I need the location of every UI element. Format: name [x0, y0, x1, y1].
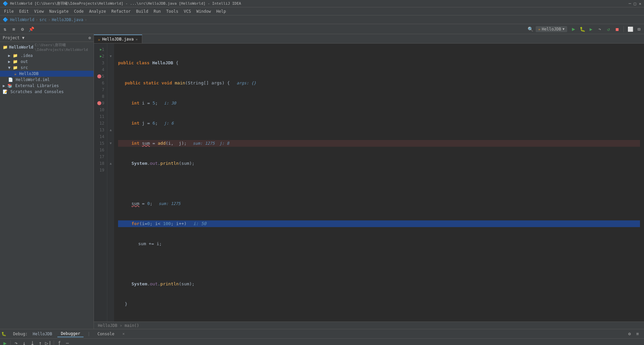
debug-toolbar-sep2 [54, 340, 54, 345]
debug-step-into-btn[interactable]: ↓ [20, 339, 28, 345]
menu-edit[interactable]: Edit [16, 8, 32, 14]
code-line-6: System.out.println(sum); [118, 160, 640, 167]
toolbar-right: 🔍 ☕ HelloJDB ▼ ▶ 🐛 ▶ ↷ ↺ ■ ⬜ ⊟ [527, 25, 643, 33]
debug-step-into-my-btn[interactable]: ⤓ [29, 339, 36, 345]
line-num-10: 10 [95, 107, 104, 113]
line-num-9: ⚠ 9 [95, 100, 104, 107]
tab-close-btn[interactable]: ✕ [136, 38, 138, 41]
tree-idea[interactable]: ▶ 📁 .idea [0, 53, 94, 59]
breakpoint-active-9: ⚠ [97, 101, 101, 105]
menu-vcs[interactable]: VCS [181, 8, 194, 14]
menu-analyze[interactable]: Analyze [86, 8, 109, 14]
tree-hellojdb[interactable]: ☕ HelloJDB [0, 71, 94, 77]
run-coverage-button[interactable]: ▶ [587, 25, 595, 33]
debug-run-to-cursor-btn[interactable]: ▷| [45, 339, 52, 345]
menu-tools[interactable]: Tools [164, 8, 181, 14]
debug-step-over-btn[interactable]: ↷ [12, 339, 20, 345]
stop-button[interactable]: ■ [613, 25, 621, 33]
run-configuration-selector[interactable]: ☕ HelloJDB ▼ [536, 26, 567, 32]
toolbar-search-everywhere-btn[interactable]: 🔍 [527, 25, 534, 33]
breadcrumb-file[interactable]: HelloJDB.java [52, 17, 83, 22]
debug-close-tab[interactable]: ✕ [122, 332, 125, 336]
project-root-name: HelloWorld [9, 45, 33, 50]
maximize-editor-btn[interactable]: ⬜ [627, 25, 634, 33]
menu-file[interactable]: File [1, 8, 16, 14]
gutter-17 [107, 153, 114, 160]
gutter-14 [107, 133, 114, 140]
gutter-3 [107, 60, 114, 66]
menu-navigate[interactable]: Navigate [47, 8, 71, 14]
scratches-icon: 📝 [3, 89, 8, 94]
toolbar-settings-btn[interactable]: ⚙ [19, 25, 26, 33]
menu-help[interactable]: Help [214, 8, 229, 14]
debug-right-toolbar: ⚙ ≡ [625, 330, 643, 338]
line-num-18: 18 [95, 160, 104, 167]
window-controls[interactable]: ─ □ ✕ [629, 1, 641, 6]
toolbar-sync-btn[interactable]: ⇅ [1, 25, 9, 33]
tree-out[interactable]: ▶ 📁 out [0, 59, 94, 65]
code-content[interactable]: public class HelloJDB { public static vo… [114, 44, 644, 322]
gutter-9 [107, 100, 114, 107]
code-line-13: } [118, 301, 640, 307]
menu-refactor[interactable]: Refactor [109, 8, 133, 14]
tree-external-libs[interactable]: ▶ 📚 External Libraries [0, 83, 94, 89]
debug-evaluate-btn[interactable]: ƒ [56, 339, 63, 345]
menu-code[interactable]: Code [71, 8, 87, 14]
step-over-button[interactable]: ↷ [596, 25, 603, 33]
tree-scratches[interactable]: 📝 Scratches and Consoles [0, 89, 94, 95]
line-num-17: 17 [95, 153, 104, 160]
toolbar-collapse-btn[interactable]: ≡ [10, 25, 17, 33]
debug-toolbar-sep1 [10, 340, 11, 345]
split-vertical-btn[interactable]: ⊟ [635, 25, 643, 33]
debug-layout-btn[interactable]: ≡ [634, 330, 641, 338]
code-line-10: sum += i; [118, 240, 640, 247]
run-button[interactable]: ▶ [570, 25, 577, 33]
minimize-button[interactable]: ─ [629, 1, 631, 6]
main-area: Project ▼ ⚙ 📁 HelloWorld C:\Users\唐羽曦\Id… [0, 34, 644, 329]
debug-step-out-btn[interactable]: ↑ [37, 339, 44, 345]
code-editor[interactable]: ▶ 1 ▶ 2 3 4 5 6 7 8 ⚠ [94, 44, 644, 322]
gutter-18[interactable]: ▲ [107, 160, 114, 167]
breadcrumb-src[interactable]: src [39, 17, 47, 22]
idea-folder-name: .idea [20, 53, 33, 58]
menu-build[interactable]: Build [133, 8, 151, 14]
tab-hellojdb[interactable]: ☕ HelloJDB.java ✕ [94, 34, 142, 43]
project-panel: Project ▼ ⚙ 📁 HelloWorld C:\Users\唐羽曦\Id… [0, 34, 94, 329]
menu-run[interactable]: Run [151, 8, 164, 14]
hellojdb-name: HelloJDB [19, 71, 39, 76]
debug-button[interactable]: 🐛 [579, 25, 586, 33]
breadcrumb-project[interactable]: HelloWorld [10, 17, 34, 22]
project-settings-btn[interactable]: ⚙ [89, 36, 91, 40]
line-num-3: 3 [95, 60, 104, 66]
debug-resume-btn[interactable]: ▶ [1, 339, 9, 345]
toolbar-pin-btn[interactable]: 📌 [28, 25, 35, 33]
gutter-15[interactable]: ▼ [107, 140, 114, 147]
line-num-13: 13 [95, 127, 104, 133]
close-button[interactable]: ✕ [639, 1, 641, 6]
console-tab[interactable]: Console [94, 331, 118, 337]
code-line-7 [118, 180, 640, 187]
gutter-13[interactable]: ▲ [107, 127, 114, 133]
editor-status-bar: HelloJDB › main() [94, 322, 644, 329]
ext-libs-icon: ▶ 📚 [3, 83, 12, 88]
debug-trace-btn[interactable]: ⋯ [64, 339, 71, 345]
gutter-2[interactable]: ▼ [107, 53, 114, 60]
rerun-button[interactable]: ↺ [605, 25, 612, 33]
debugger-tab[interactable]: Debugger [57, 331, 84, 337]
debug-main-toolbar: ▶ ↷ ↓ ⤓ ↑ ▷| ƒ ⋯ [0, 339, 644, 345]
debug-panel-icon: 🐛 [1, 332, 6, 336]
project-root[interactable]: 📁 HelloWorld C:\Users\唐羽曦\IdeaProjects\H… [0, 42, 94, 53]
menu-window[interactable]: Window [194, 8, 213, 14]
tree-iml[interactable]: 📄 HelloWorld.iml [0, 77, 94, 83]
code-line-2: public static void main(String[] args) {… [118, 80, 640, 86]
run-config-name: HelloJDB [542, 27, 561, 31]
debug-settings-btn[interactable]: ⚙ [626, 330, 633, 338]
iml-name: HelloWorld.iml [16, 77, 50, 82]
maximize-button[interactable]: □ [634, 1, 636, 6]
breadcrumb-bar: 🔷 HelloWorld › src › HelloJDB.java › [0, 15, 644, 24]
scratches-name: Scratches and Consoles [10, 89, 64, 94]
code-line-11 [118, 261, 640, 267]
src-folder-name: src [20, 65, 28, 70]
menu-view[interactable]: View [32, 8, 47, 14]
tree-src[interactable]: ▼ 📁 src [0, 65, 94, 71]
